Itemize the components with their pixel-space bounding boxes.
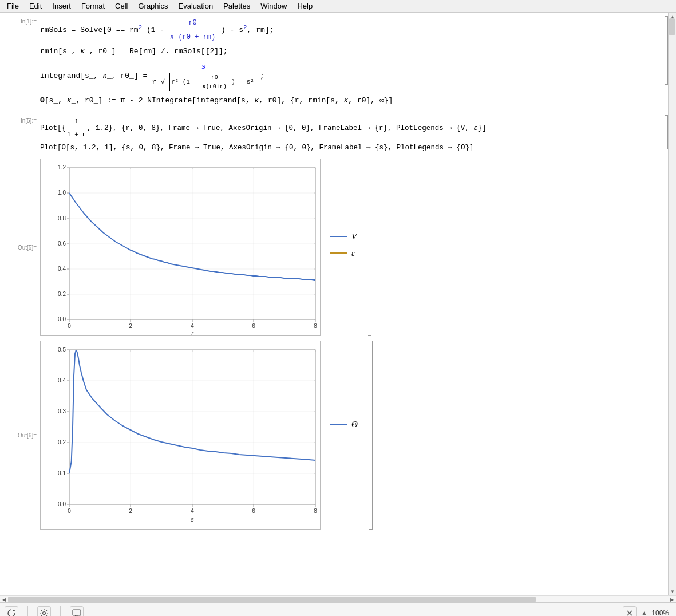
- menu-help[interactable]: Help: [292, 1, 317, 11]
- message-icon[interactable]: [70, 606, 84, 617]
- scrollbar-thumb[interactable]: [669, 18, 675, 35]
- svg-text:0: 0: [68, 508, 71, 514]
- menu-file[interactable]: File: [2, 1, 23, 11]
- svg-text:0.2: 0.2: [58, 439, 66, 445]
- cell-bracket-out6: [369, 341, 373, 530]
- output-5: Out[5]=: [0, 159, 668, 336]
- plot2-svg: 0.0 0.1 0.2 0.3 0.4 0.5 0 2 4 6 8 s: [40, 341, 321, 530]
- svg-text:0.8: 0.8: [58, 215, 66, 222]
- svg-rect-53: [41, 341, 321, 530]
- svg-text:6: 6: [252, 323, 255, 329]
- svg-text:4: 4: [191, 323, 194, 329]
- legend2: Θ: [321, 415, 367, 434]
- h-scrollbar-thumb[interactable]: [8, 597, 536, 602]
- h-scrollbar-track[interactable]: [8, 596, 668, 603]
- svg-text:1.2: 1.2: [58, 164, 66, 171]
- cell-in5: In[5]:= Plot[{ 1 1 + r , 1.2}, {r, 0, 8}…: [0, 114, 668, 156]
- menu-evaluation[interactable]: Evaluation: [173, 1, 218, 11]
- menu-palettes[interactable]: Palettes: [219, 1, 255, 11]
- scroll-right-arrow[interactable]: ▶: [668, 596, 676, 603]
- legend-label-v: V: [351, 232, 357, 242]
- legend-line-epsilon: [330, 252, 347, 254]
- out5-label: Out[5]=: [0, 159, 40, 336]
- menu-cell[interactable]: Cell: [110, 1, 132, 11]
- svg-text:8: 8: [314, 508, 317, 514]
- output-6: Out[6]=: [0, 341, 668, 530]
- expand-icon[interactable]: ▲: [641, 610, 647, 616]
- svg-text:0.4: 0.4: [58, 266, 66, 272]
- divider1: [27, 606, 28, 617]
- legend-label-epsilon: ε: [351, 248, 355, 258]
- legend-line-theta: [330, 424, 347, 425]
- cell-content-in5[interactable]: Plot[{ 1 1 + r , 1.2}, {r, 0, 8}, Frame …: [40, 115, 662, 155]
- svg-rect-0: [41, 159, 321, 336]
- cell-bracket-out5: [368, 159, 371, 336]
- svg-text:8: 8: [314, 323, 317, 329]
- cell-content-in1[interactable]: rmSols = Solve[0 == rm2 (1 - r0 κ (r0 + …: [40, 16, 662, 108]
- menu-window[interactable]: Window: [256, 1, 291, 11]
- svg-text:0.4: 0.4: [58, 377, 66, 384]
- zoom-level: 100%: [651, 609, 669, 617]
- cell-label-in1: In[1]:=: [0, 16, 40, 25]
- svg-text:2: 2: [129, 323, 132, 329]
- legend-item-theta: Θ: [330, 420, 358, 429]
- svg-point-102: [43, 611, 46, 614]
- bottom-toolbar: ▲ 100%: [0, 602, 676, 616]
- h-scrollbar[interactable]: ◀ ▶: [0, 595, 676, 602]
- menu-graphics[interactable]: Graphics: [133, 1, 172, 11]
- menubar: File Edit Insert Format Cell Graphics Ev…: [0, 0, 676, 13]
- svg-text:0.0: 0.0: [58, 316, 66, 322]
- scroll-up-arrow[interactable]: ▲: [669, 13, 676, 21]
- settings-icon[interactable]: [37, 606, 51, 617]
- cell-label-in5: In[5]:=: [0, 115, 40, 124]
- svg-text:0.6: 0.6: [58, 240, 66, 247]
- svg-text:1.0: 1.0: [58, 189, 66, 196]
- legend1: V ε: [321, 227, 366, 263]
- svg-marker-101: [12, 610, 16, 611]
- svg-text:0.2: 0.2: [58, 291, 66, 297]
- menu-format[interactable]: Format: [77, 1, 109, 11]
- close-notification-icon[interactable]: [623, 606, 637, 617]
- svg-text:4: 4: [191, 508, 194, 514]
- svg-text:0.5: 0.5: [58, 346, 66, 353]
- svg-text:0.1: 0.1: [58, 470, 66, 476]
- out6-label: Out[6]=: [0, 341, 40, 530]
- legend-item-v: V: [330, 232, 357, 242]
- svg-rect-103: [73, 610, 81, 615]
- svg-text:0.3: 0.3: [58, 408, 66, 414]
- refresh-icon[interactable]: [5, 606, 18, 617]
- svg-text:s: s: [191, 516, 194, 523]
- scroll-left-arrow[interactable]: ◀: [0, 596, 8, 603]
- menu-insert[interactable]: Insert: [48, 1, 76, 11]
- cell-in1: In[1]:= rmSols = Solve[0 == rm2 (1 - r0 …: [0, 15, 668, 109]
- plot1-svg: 0.0 0.2 0.4 0.6 0.8 1.0 1.2 0 2 4 6 8 r: [40, 159, 321, 336]
- svg-text:0: 0: [68, 323, 71, 329]
- legend-item-epsilon: ε: [330, 248, 357, 258]
- scroll-down-arrow[interactable]: ▼: [669, 587, 676, 595]
- bottom-right-area: ▲ 100%: [623, 606, 671, 617]
- notebook: In[1]:= rmSols = Solve[0 == rm2 (1 - r0 …: [0, 13, 668, 595]
- legend-label-theta: Θ: [351, 420, 358, 429]
- svg-text:6: 6: [252, 508, 255, 514]
- right-scrollbar[interactable]: ▲ ▼: [668, 13, 676, 595]
- plot1-area: 0.0 0.2 0.4 0.6 0.8 1.0 1.2 0 2 4 6 8 r: [40, 159, 366, 336]
- svg-text:2: 2: [129, 508, 132, 514]
- divider2: [60, 606, 61, 617]
- menu-edit[interactable]: Edit: [25, 1, 46, 11]
- legend-line-v: [330, 236, 347, 237]
- svg-text:0.0: 0.0: [58, 501, 66, 507]
- plot2-area: 0.0 0.1 0.2 0.3 0.4 0.5 0 2 4 6 8 s: [40, 341, 367, 530]
